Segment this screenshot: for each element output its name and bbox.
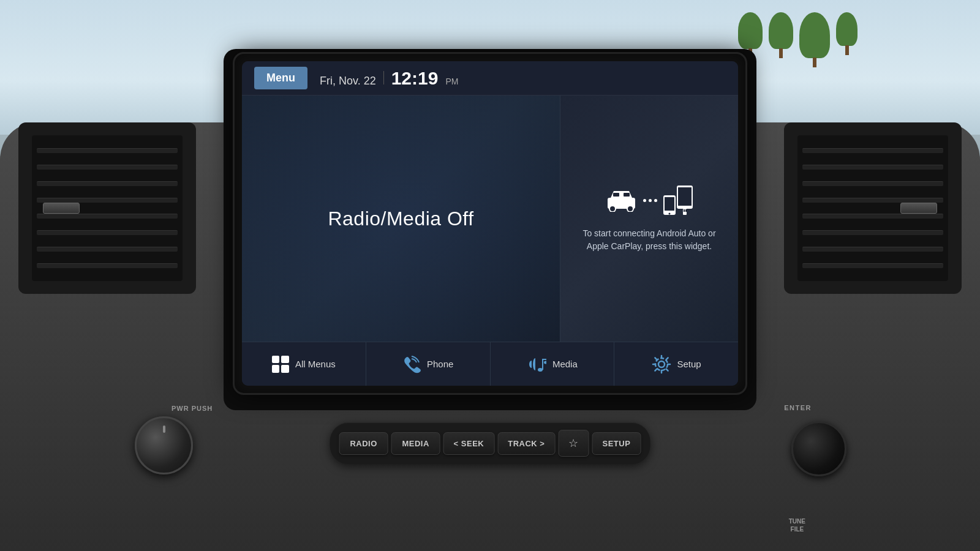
svg-point-2 bbox=[609, 206, 616, 212]
menu-button[interactable]: Menu bbox=[254, 67, 307, 89]
vent-slat bbox=[37, 214, 178, 219]
connect-description: To start connecting Android Auto or Appl… bbox=[573, 227, 726, 253]
header-bar: Menu Fri, Nov. 22 12:19 PM bbox=[242, 61, 738, 95]
datetime-display: Fri, Nov. 22 12:19 PM bbox=[320, 68, 458, 89]
dot-1 bbox=[643, 199, 646, 202]
track-button[interactable]: TRACK > bbox=[497, 432, 555, 455]
tree-2 bbox=[769, 12, 793, 49]
vent-slat bbox=[802, 247, 944, 252]
trees-decoration bbox=[738, 12, 858, 58]
vent-slat bbox=[802, 230, 944, 235]
time-display: 12:19 bbox=[391, 68, 439, 89]
media-label: Media bbox=[552, 359, 578, 369]
connect-icons-group bbox=[605, 184, 694, 216]
vent-slat bbox=[802, 263, 944, 268]
vent-slat bbox=[37, 247, 178, 252]
date-display: Fri, Nov. 22 bbox=[320, 75, 376, 88]
pwr-push-label: PWR PUSH bbox=[172, 404, 213, 413]
media-button[interactable]: MEDIA bbox=[391, 432, 440, 455]
music-icon bbox=[527, 354, 546, 374]
svg-rect-4 bbox=[613, 193, 619, 197]
vent-handle-right[interactable] bbox=[900, 203, 937, 214]
svg-point-19 bbox=[658, 361, 665, 367]
vent-slat bbox=[802, 214, 944, 219]
radio-off-status: Radio/Media Off bbox=[328, 208, 473, 230]
dot-2 bbox=[649, 199, 652, 202]
car-icon bbox=[605, 189, 638, 212]
gear-icon bbox=[652, 354, 671, 374]
tune-knob[interactable] bbox=[791, 421, 846, 476]
dot-3 bbox=[654, 199, 657, 202]
vent-slat bbox=[802, 198, 944, 203]
left-air-vent bbox=[18, 122, 196, 294]
vent-slat bbox=[802, 148, 944, 153]
vent-slat bbox=[37, 148, 178, 153]
all-menus-label: All Menus bbox=[295, 359, 336, 369]
vent-slat bbox=[37, 263, 178, 268]
svg-rect-16 bbox=[542, 359, 543, 370]
tune-file-label: TUNEFILE bbox=[789, 517, 805, 533]
connection-dots bbox=[643, 199, 657, 202]
svg-rect-13 bbox=[684, 209, 685, 212]
svg-point-18 bbox=[544, 361, 546, 364]
screen-display: Menu Fri, Nov. 22 12:19 PM Radio/Media O… bbox=[242, 61, 738, 386]
tree-3 bbox=[799, 12, 830, 58]
nav-item-media[interactable]: Media bbox=[491, 342, 615, 386]
vent-slat bbox=[802, 181, 944, 186]
am-pm-display: PM bbox=[445, 77, 458, 86]
svg-rect-17 bbox=[542, 359, 546, 360]
svg-rect-14 bbox=[685, 209, 687, 212]
tree-4 bbox=[836, 12, 858, 46]
enter-label: ENTER bbox=[784, 404, 812, 411]
seek-button[interactable]: < SEEK bbox=[443, 432, 495, 455]
setup-label: Setup bbox=[677, 359, 701, 369]
vent-slat bbox=[802, 165, 944, 170]
vent-slat bbox=[37, 181, 178, 186]
right-air-vent bbox=[784, 122, 962, 294]
svg-rect-5 bbox=[624, 193, 630, 197]
vent-handle-left[interactable] bbox=[43, 203, 80, 214]
vent-slat bbox=[37, 230, 178, 235]
svg-rect-10 bbox=[678, 187, 692, 206]
nav-item-all-menus[interactable]: All Menus bbox=[242, 342, 366, 386]
grid-icon bbox=[272, 356, 289, 373]
bottom-navigation: All Menus Phone bbox=[242, 342, 738, 386]
nav-item-setup[interactable]: Setup bbox=[614, 342, 738, 386]
favorite-button[interactable]: ☆ bbox=[558, 430, 589, 457]
setup-button[interactable]: SETUP bbox=[592, 432, 641, 455]
main-content-area: Radio/Media Off bbox=[242, 95, 738, 342]
phone-tablet-icon bbox=[662, 184, 694, 216]
power-knob[interactable] bbox=[135, 416, 193, 474]
radio-media-panel: Radio/Media Off bbox=[242, 96, 560, 342]
vent-slat bbox=[37, 198, 178, 203]
svg-point-3 bbox=[627, 206, 633, 212]
carplay-android-auto-widget[interactable]: To start connecting Android Auto or Appl… bbox=[560, 96, 738, 342]
phone-icon bbox=[402, 355, 421, 373]
phone-label: Phone bbox=[427, 359, 453, 369]
svg-point-15 bbox=[538, 368, 543, 372]
radio-button[interactable]: RADIO bbox=[339, 432, 388, 455]
svg-rect-7 bbox=[665, 197, 674, 211]
infotainment-screen: Menu Fri, Nov. 22 12:19 PM Radio/Media O… bbox=[233, 52, 747, 395]
nav-item-phone[interactable]: Phone bbox=[366, 342, 491, 386]
vent-slat bbox=[37, 165, 178, 170]
svg-point-8 bbox=[669, 213, 671, 215]
tree-1 bbox=[738, 12, 763, 49]
